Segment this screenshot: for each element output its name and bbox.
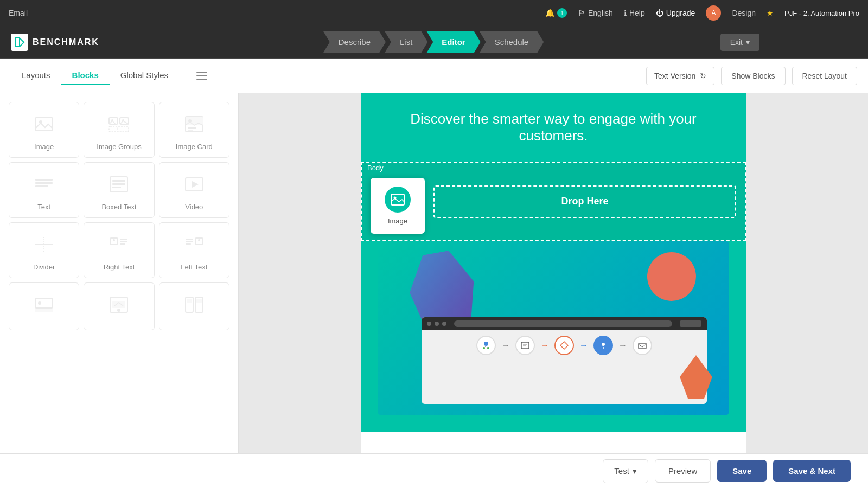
reset-layout-button[interactable]: Reset Layout: [792, 67, 858, 85]
exit-button[interactable]: Exit ▾: [720, 34, 760, 51]
tab-layouts[interactable]: Layouts: [11, 66, 61, 85]
svg-rect-40: [187, 299, 192, 303]
save-next-label: Save & Next: [788, 466, 835, 476]
flow-node-4: [593, 336, 613, 355]
toolbar-right: Text Version ↻ Show Blocks Reset Layout: [646, 67, 857, 85]
save-button[interactable]: Save: [717, 460, 767, 482]
svg-line-47: [484, 346, 486, 348]
svg-point-44: [484, 342, 488, 346]
menu-icon[interactable]: [192, 66, 212, 86]
block-item-image[interactable]: Image: [9, 102, 79, 158]
right-text-block-icon: [106, 232, 132, 258]
svg-rect-31: [186, 241, 193, 242]
text-version-button[interactable]: Text Version ↻: [646, 67, 714, 85]
block-label-divider: Divider: [33, 263, 55, 271]
wizard-step-list[interactable]: List: [385, 31, 427, 53]
wizard-step-editor[interactable]: Editor: [426, 31, 480, 53]
chevron-down-icon: ▾: [633, 466, 637, 476]
upgrade-label: Upgrade: [666, 9, 695, 17]
browser-bar: [422, 317, 707, 330]
svg-rect-17: [112, 180, 125, 182]
block-label-video: Video: [185, 203, 203, 211]
blocks-grid: Image + Image Groups Image Card: [9, 102, 229, 330]
block-label-image: Image: [34, 143, 54, 151]
left-text-block-icon: [181, 232, 207, 258]
svg-rect-15: [35, 185, 48, 187]
svg-line-48: [486, 346, 488, 348]
flow-node-3: [554, 336, 574, 355]
save-next-button[interactable]: Save & Next: [773, 460, 851, 482]
avatar[interactable]: A: [706, 5, 721, 21]
show-blocks-button[interactable]: Show Blocks: [721, 67, 785, 85]
star-icon: ★: [767, 9, 774, 17]
bell-icon: 🔔: [545, 9, 554, 17]
block-item-11[interactable]: [159, 282, 229, 330]
image-card-block-icon: [181, 111, 207, 137]
wizard-step-describe[interactable]: Describe: [323, 31, 386, 53]
help-icon: ℹ: [624, 9, 627, 17]
upgrade-button[interactable]: ⏻ Upgrade: [656, 9, 695, 17]
inner-browser: → → → →: [422, 317, 707, 404]
help-button[interactable]: ℹ Help: [624, 9, 645, 17]
block-item-divider[interactable]: Divider: [9, 222, 79, 278]
step-schedule-label: Schedule: [495, 37, 529, 47]
drop-here-label: Drop Here: [561, 196, 608, 207]
benchmark-logo: BENCHMARK: [11, 34, 99, 51]
email-headline: Discover the smarter way to engage with …: [378, 111, 729, 144]
preview-button[interactable]: Preview: [655, 459, 711, 483]
red-circle: [647, 252, 696, 301]
block-item-10[interactable]: [84, 282, 154, 330]
flow-arrow-1: →: [501, 341, 510, 350]
toolbar: Layouts Blocks Global Styles Text Versio…: [0, 59, 868, 93]
block-label-boxed-text: Boxed Text: [101, 203, 136, 211]
block-item-image-card[interactable]: Image Card: [159, 102, 229, 158]
main-layout: Image + Image Groups Image Card: [0, 93, 868, 453]
refresh-icon: ↻: [700, 72, 706, 80]
wizard-step-schedule[interactable]: Schedule: [480, 31, 544, 53]
dragging-block-icon: [385, 187, 411, 213]
canvas: Discover the smarter way to engage with …: [239, 93, 868, 453]
svg-marker-52: [560, 342, 568, 349]
block-item-image-groups[interactable]: + Image Groups: [84, 102, 154, 158]
page-title: Email: [9, 9, 28, 17]
svg-rect-25: [120, 239, 127, 240]
logo-icon: [11, 34, 28, 51]
drop-zone-container[interactable]: Body Image Drop Here: [361, 162, 746, 241]
test-button[interactable]: Test ▾: [603, 459, 648, 483]
body-label: Body: [362, 163, 389, 173]
block-item-right-text[interactable]: Right Text: [84, 222, 154, 278]
step-list-label: List: [400, 37, 412, 47]
benchmark-text: BENCHMARK: [33, 37, 99, 47]
exit-label: Exit: [730, 38, 743, 47]
block-item-left-text[interactable]: Left Text: [159, 222, 229, 278]
tab-global-styles[interactable]: Global Styles: [110, 66, 179, 85]
cursor-icon: [117, 309, 120, 312]
svg-rect-18: [112, 183, 125, 185]
flow-arrow-4: →: [618, 341, 627, 350]
language-button[interactable]: 🏳 English: [578, 9, 613, 17]
flow-arrow-2: →: [540, 341, 549, 350]
svg-rect-35: [35, 309, 53, 312]
block-item-9[interactable]: [9, 282, 79, 330]
svg-text:+: +: [116, 126, 119, 131]
svg-rect-0: [35, 118, 53, 131]
block-item-text[interactable]: Text: [9, 162, 79, 218]
block-item-boxed-text[interactable]: Boxed Text: [84, 162, 154, 218]
dragging-block-label: Image: [388, 217, 407, 225]
svg-rect-30: [186, 239, 193, 240]
svg-point-29: [198, 239, 200, 241]
project-name: PJF - 2. Automation Pro: [784, 9, 859, 17]
block-label-left-text: Left Text: [181, 263, 207, 271]
svg-rect-32: [186, 243, 191, 245]
svg-rect-55: [639, 343, 646, 349]
svg-rect-19: [112, 187, 121, 188]
svg-rect-12: [188, 130, 193, 131]
help-label: Help: [629, 9, 645, 17]
svg-rect-27: [120, 243, 125, 245]
top-nav: Email 🔔 1 🏳 English ℹ Help ⏻ Upgrade A D…: [0, 0, 868, 26]
notifications-button[interactable]: 🔔 1: [545, 8, 567, 18]
tab-blocks[interactable]: Blocks: [61, 66, 110, 85]
block-item-video[interactable]: Video: [159, 162, 229, 218]
block-label-image-card: Image Card: [176, 143, 213, 151]
drop-area[interactable]: Drop Here: [433, 185, 736, 218]
